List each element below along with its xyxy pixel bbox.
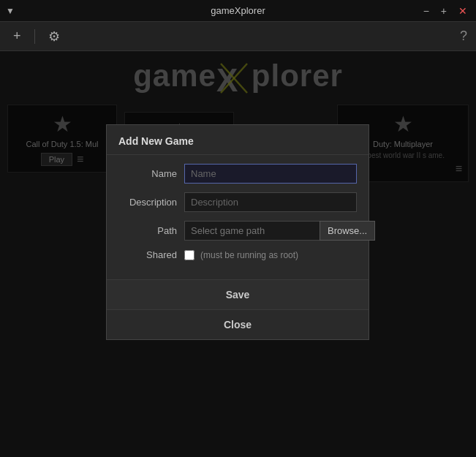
- minimize-button[interactable]: −: [420, 4, 432, 18]
- name-input[interactable]: [184, 164, 357, 184]
- name-label: Name: [118, 168, 184, 179]
- dialog-buttons: Save Close: [107, 279, 369, 339]
- window-title: gameXplorer: [211, 5, 265, 16]
- path-row: Path Browse...: [118, 221, 357, 241]
- path-input[interactable]: [184, 221, 320, 241]
- close-button[interactable]: Close: [107, 309, 369, 339]
- description-row: Description: [118, 192, 357, 212]
- shared-row: Shared (must be running as root): [118, 249, 357, 260]
- name-row: Name: [118, 164, 357, 184]
- help-button[interactable]: ?: [460, 29, 467, 44]
- main-content: game X plorer ★ Call of Duty 1.5: Mul Pl…: [0, 51, 476, 457]
- browse-button[interactable]: Browse...: [320, 221, 375, 241]
- toolbar: + ⚙ ?: [0, 22, 476, 51]
- window-controls: − + ✕: [420, 4, 470, 18]
- title-bar-dropdown[interactable]: ▼: [6, 6, 15, 16]
- close-window-button[interactable]: ✕: [456, 4, 470, 18]
- shared-note: (must be running as root): [200, 250, 298, 260]
- dialog-title: Add New Game: [107, 125, 369, 155]
- save-button[interactable]: Save: [107, 279, 369, 309]
- add-button[interactable]: +: [9, 26, 26, 47]
- settings-button[interactable]: ⚙: [44, 26, 64, 48]
- description-label: Description: [118, 197, 184, 208]
- title-bar-left: ▼: [6, 6, 15, 16]
- shared-label: Shared: [118, 249, 184, 260]
- add-game-dialog: Add New Game Name Description Path Brows…: [106, 124, 369, 340]
- dialog-body: Name Description Path Browse... Shared (…: [107, 155, 369, 279]
- maximize-button[interactable]: +: [438, 4, 450, 18]
- title-bar: ▼ gameXplorer − + ✕: [0, 0, 476, 22]
- toolbar-divider: [34, 29, 35, 44]
- description-input[interactable]: [184, 192, 357, 212]
- shared-checkbox[interactable]: [184, 250, 194, 260]
- path-label: Path: [118, 225, 184, 236]
